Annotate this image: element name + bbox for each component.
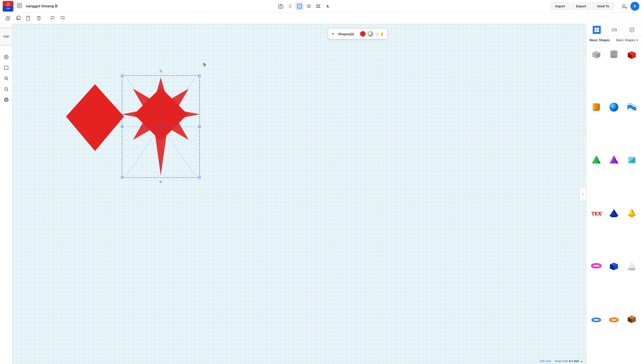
svg-rect-63 — [594, 30, 596, 32]
canvas-scroll-arrow[interactable]: › — [579, 187, 586, 201]
panel-icons: ◻ 💡 — [376, 32, 384, 36]
svg-rect-64 — [597, 30, 599, 32]
svg-rect-9 — [17, 6, 19, 8]
svg-marker-54 — [66, 84, 124, 151]
bulb-btn[interactable] — [286, 2, 294, 10]
svg-marker-22 — [326, 5, 328, 8]
shape-item-brown-box[interactable] — [623, 310, 640, 327]
view-cube-button[interactable] — [2, 95, 11, 104]
intersect-btn[interactable] — [305, 2, 313, 10]
svg-line-49 — [7, 90, 8, 91]
shape-item-cone[interactable] — [623, 257, 640, 274]
shape-item-red-box[interactable] — [623, 46, 640, 62]
user-area: A — [620, 2, 639, 11]
canvas-area[interactable]: ▼ Shapes(2) ◻ 💡 — [13, 24, 586, 364]
shape-item-purple-pyramid[interactable] — [606, 152, 622, 168]
import-button[interactable]: Import — [551, 2, 570, 10]
svg-rect-27 — [6, 17, 9, 20]
align-btn[interactable] — [314, 2, 322, 10]
shape-item-yellow-pyramid[interactable] — [623, 204, 640, 221]
shape-item-red-text[interactable]: TEXT TEXT — [588, 204, 604, 221]
svg-marker-129 — [628, 261, 636, 269]
sendto-button[interactable]: Send To — [592, 2, 614, 10]
svg-rect-8 — [20, 3, 22, 5]
bottom-bar: Edit Grid Snap Grid 0.1 mm ▲ — [536, 358, 586, 364]
svg-rect-28 — [7, 16, 10, 19]
toolbar — [0, 12, 642, 24]
svg-rect-42 — [5, 66, 8, 70]
right-notes-icon-btn[interactable] — [628, 26, 636, 34]
panel-collapse-arrow[interactable]: ▼ — [331, 32, 335, 36]
shapes-selection-panel: ▼ Shapes(2) ◻ 💡 — [328, 28, 388, 39]
color-swatch-gray[interactable] — [368, 31, 373, 37]
zoom-fit-button[interactable] — [2, 63, 11, 72]
undo-button[interactable] — [48, 14, 57, 23]
svg-point-104 — [609, 103, 618, 112]
shape-item-blue-torus[interactable] — [588, 310, 604, 327]
shape-item-teal-wedge[interactable] — [623, 152, 640, 168]
svg-rect-19 — [317, 6, 319, 7]
svg-text:TEXT: TEXT — [591, 211, 602, 216]
snap-value[interactable]: 0.1 mm — [569, 359, 579, 363]
edit-grid-link[interactable]: Edit Grid — [540, 359, 551, 363]
shape-item-cyl-grid[interactable] — [606, 46, 622, 62]
svg-rect-61 — [594, 28, 596, 30]
action-buttons: Import Export Send To — [551, 2, 614, 10]
add-user-button[interactable] — [620, 2, 629, 11]
doc-title: sanggul lintang B — [26, 4, 58, 8]
camera-view-btn[interactable] — [277, 2, 285, 10]
shape-item-orange-torus[interactable] — [606, 310, 622, 327]
panel-title: Shapes(2) — [338, 32, 354, 36]
shape-item-wave[interactable] — [623, 99, 640, 116]
shape-item-green-pyramid[interactable] — [588, 152, 604, 168]
copy-button[interactable] — [14, 14, 23, 23]
right-ruler-icon-btn[interactable] — [610, 26, 618, 34]
svg-rect-7 — [17, 3, 19, 5]
color-swatch-red[interactable] — [360, 31, 366, 37]
shape-item-blue-sphere[interactable] — [606, 99, 622, 116]
right-grid-icon-btn[interactable] — [593, 26, 601, 34]
delete-button[interactable] — [34, 14, 43, 23]
zoom-out-button[interactable] — [2, 85, 11, 94]
snap-chevron-icon[interactable]: ▲ — [580, 360, 583, 362]
snap-grid-label: Snap Grid — [555, 359, 568, 363]
panel-hide-icon[interactable]: ◻ — [376, 32, 379, 36]
svg-rect-10 — [20, 6, 22, 8]
shape-item-orange-cyl[interactable] — [588, 99, 604, 116]
svg-rect-62 — [597, 28, 599, 30]
mirror-btn[interactable] — [324, 2, 332, 10]
svg-point-24 — [622, 4, 625, 6]
export-button[interactable]: Export — [571, 2, 590, 10]
svg-rect-15 — [297, 4, 301, 8]
toolbar-separator-1 — [46, 15, 46, 22]
paste-button[interactable] — [24, 14, 33, 23]
svg-point-37 — [6, 56, 7, 58]
star-shape-container[interactable]: ↻ ↻ — [122, 75, 200, 178]
app-logo[interactable]: TIN KER CAD — [3, 1, 13, 12]
svg-marker-118 — [609, 216, 618, 217]
shape-item-blue-prism[interactable] — [606, 204, 622, 221]
duplicate-button[interactable] — [4, 14, 13, 23]
shape-item-dark-blue-box[interactable] — [606, 257, 622, 274]
shapes-header-label: Basic Shapes — [590, 38, 610, 42]
svg-point-12 — [280, 6, 282, 7]
shapes-grid: TEXT TEXT — [586, 44, 642, 364]
rotate-handle-top[interactable]: ↻ — [159, 69, 162, 73]
view-toolbar — [277, 2, 332, 10]
redo-button[interactable] — [58, 14, 67, 23]
left-sidebar: TOP — [0, 24, 13, 364]
doc-menu-icon[interactable] — [17, 3, 22, 9]
select-mode-btn[interactable] — [295, 2, 303, 10]
panel-bulb-icon[interactable]: 💡 — [380, 32, 384, 36]
svg-text:TIN: TIN — [7, 2, 10, 4]
rotate-handle-bottom[interactable]: ↻ — [159, 180, 162, 184]
svg-text:KER: KER — [7, 4, 10, 6]
shape-item-pink-torus[interactable] — [588, 257, 604, 274]
shapes-category-select[interactable]: Basic Shapes Featured Letters — [615, 38, 639, 42]
zoom-in-button[interactable] — [2, 74, 11, 83]
user-avatar[interactable]: A — [630, 2, 639, 11]
shape-item-box-grid[interactable] — [588, 46, 604, 62]
svg-rect-33 — [38, 17, 40, 20]
diamond-shape[interactable] — [64, 82, 126, 153]
home-view-button[interactable] — [2, 52, 11, 62]
